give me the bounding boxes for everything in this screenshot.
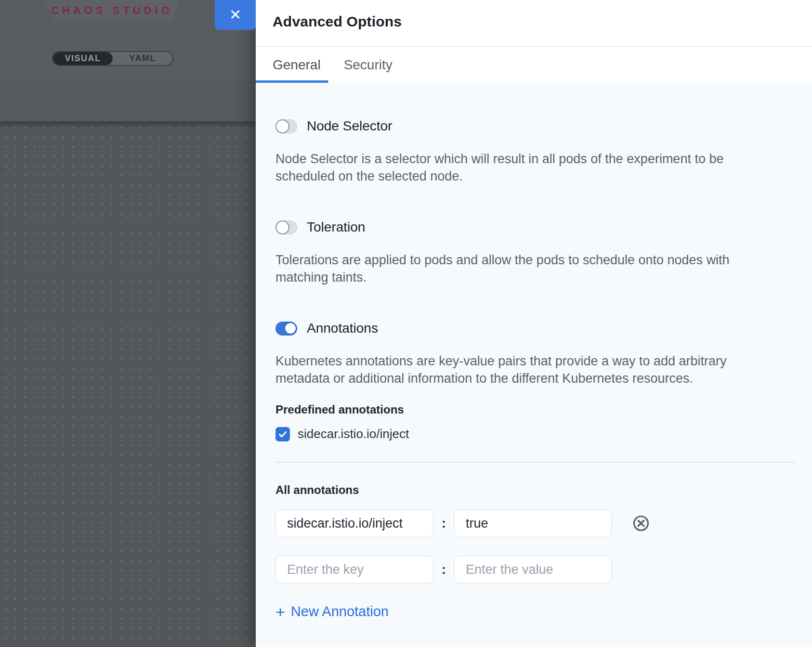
toleration-row: Toleration xyxy=(275,220,780,235)
annotations-label: Annotations xyxy=(307,321,378,336)
yaml-tab[interactable]: YAML xyxy=(113,52,172,65)
annotation-key-input[interactable] xyxy=(275,509,433,537)
canvas-toolbar-band xyxy=(0,82,256,121)
section-divider xyxy=(275,462,796,463)
annotations-description: Kubernetes annotations are key-value pai… xyxy=(275,352,780,387)
new-annotation-label: New Annotation xyxy=(291,604,389,620)
annotation-row-empty: : xyxy=(275,556,780,583)
annotation-value-input[interactable] xyxy=(454,556,612,583)
advanced-options-drawer: Advanced Options General Security Node S… xyxy=(256,0,812,647)
toggle-knob xyxy=(284,322,297,335)
annotation-value-input[interactable] xyxy=(454,509,612,537)
circle-cross-icon xyxy=(632,515,650,532)
general-tab-panel: Node Selector Node Selector is a selecto… xyxy=(256,83,812,647)
drawer-title: Advanced Options xyxy=(273,13,812,30)
canvas-dotted-grid xyxy=(0,121,256,647)
drawer-tabbar: General Security xyxy=(256,47,812,83)
predefined-annotations-heading: Predefined annotations xyxy=(275,402,780,417)
app-stage: CHAOS STUDIO VISUAL YAML ✕ Advanced Opti… xyxy=(0,0,812,647)
plus-icon: + xyxy=(275,605,285,619)
annotation-key-input[interactable] xyxy=(275,556,433,583)
checkmark-icon xyxy=(277,429,288,440)
annotations-row: Annotations xyxy=(275,321,780,336)
chaos-studio-title: CHAOS STUDIO xyxy=(51,4,173,17)
chaos-canvas-dimmed: CHAOS STUDIO VISUAL YAML xyxy=(0,0,256,647)
key-value-separator: : xyxy=(433,516,454,531)
annotation-row: : xyxy=(275,509,780,537)
toggle-knob xyxy=(275,220,289,234)
sidecar-inject-label: sidecar.istio.io/inject xyxy=(298,427,409,441)
new-annotation-button[interactable]: + New Annotation xyxy=(275,604,389,620)
node-selector-label: Node Selector xyxy=(307,118,392,134)
drawer-close-button[interactable]: ✕ xyxy=(215,0,256,30)
delete-annotation-button[interactable] xyxy=(632,515,650,532)
close-icon: ✕ xyxy=(229,8,241,22)
node-selector-description: Node Selector is a selector which will r… xyxy=(275,150,780,185)
toleration-toggle[interactable] xyxy=(275,220,297,234)
key-value-separator: : xyxy=(433,562,454,577)
tab-security[interactable]: Security xyxy=(344,57,393,73)
toggle-knob xyxy=(275,119,289,133)
node-selector-toggle[interactable] xyxy=(275,119,297,133)
sidecar-inject-checkbox[interactable] xyxy=(275,427,290,441)
drawer-header: Advanced Options xyxy=(256,0,812,47)
view-mode-switch[interactable]: VISUAL YAML xyxy=(52,51,173,66)
tab-general[interactable]: General xyxy=(273,57,321,73)
node-selector-row: Node Selector xyxy=(275,118,780,134)
visual-tab[interactable]: VISUAL xyxy=(53,52,113,65)
predefined-annotation-item: sidecar.istio.io/inject xyxy=(275,427,780,441)
toleration-description: Tolerations are applied to pods and allo… xyxy=(275,251,780,286)
annotations-toggle[interactable] xyxy=(275,322,297,336)
chaos-studio-banner: CHAOS STUDIO xyxy=(45,0,179,21)
toleration-label: Toleration xyxy=(307,220,365,235)
all-annotations-heading: All annotations xyxy=(275,483,780,497)
